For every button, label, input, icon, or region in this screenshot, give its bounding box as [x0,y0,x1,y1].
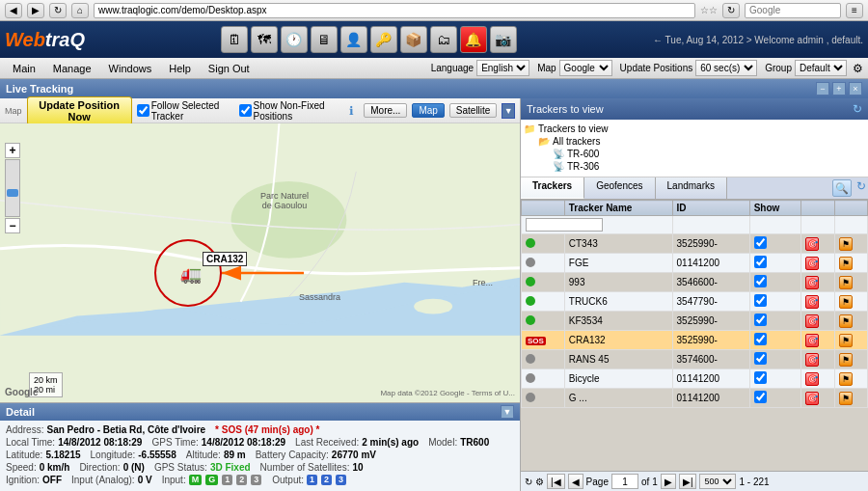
col-id[interactable]: ID [672,201,749,216]
target-btn[interactable]: 🎯 [805,237,819,251]
zoom-in-btn[interactable]: + [5,143,20,158]
tree-root[interactable]: 📁 Trackers to view [524,123,865,135]
tab-refresh-icon[interactable]: ↻ [856,179,866,197]
url-bar[interactable] [94,3,695,18]
language-select[interactable]: English [476,60,529,76]
flag-btn[interactable]: ⚑ [839,353,853,367]
show-checkbox[interactable] [754,275,767,287]
menu-help[interactable]: Help [161,61,199,76]
flag-btn[interactable]: ⚑ [839,334,853,347]
follow-tracker-label[interactable]: Follow Selected Tracker [137,100,234,122]
show-checkbox[interactable] [754,371,767,384]
refresh-button[interactable]: ↻ [49,3,67,18]
alert-icon-btn[interactable]: 🔔 [460,26,487,53]
menu-windows[interactable]: Windows [101,61,160,76]
show-checkbox[interactable] [754,352,767,365]
name-filter-input[interactable] [526,218,603,232]
search-tab-btn[interactable]: 🔍 [832,179,852,197]
menu-main[interactable]: Main [5,61,43,76]
map-icon-btn[interactable]: 🗺 [251,26,278,53]
folder-open-icon: 📂 [538,136,550,147]
back-button[interactable]: ◀ [5,3,22,18]
map-expand-btn[interactable]: ▼ [502,103,515,119]
user-icon-btn[interactable]: 👤 [340,26,367,53]
show-checkbox[interactable] [754,236,767,249]
show-checkbox[interactable] [754,256,767,268]
zoom-out-btn[interactable]: − [5,218,20,233]
package-icon-btn[interactable]: 📦 [400,26,427,53]
map-area[interactable]: + − 🚛 CRA132 [0,123,520,402]
target-btn[interactable]: 🎯 [805,392,819,405]
next-page-btn[interactable]: ▶ [661,474,676,489]
flag-btn[interactable]: ⚑ [839,237,853,251]
input-badge-3: 3 [251,475,261,485]
show-checkbox[interactable] [754,333,767,345]
tab-landmarks[interactable]: Landmarks [656,177,727,199]
panel-minimize-btn[interactable]: − [816,82,829,95]
last-page-btn[interactable]: ▶| [679,474,697,489]
tree-tr306[interactable]: 📡 TR-306 [524,160,865,173]
target-btn[interactable]: 🎯 [805,257,819,270]
trackers-refresh-icon[interactable]: ↻ [853,102,862,116]
target-btn[interactable]: 🎯 [805,334,819,347]
panel-close-btn[interactable]: × [849,82,862,95]
show-nonfixed-checkbox[interactable] [239,104,252,117]
tree-all-trackers[interactable]: 📂 All trackers [524,135,865,148]
zoom-slider[interactable] [5,159,20,217]
target-btn[interactable]: 🎯 [805,295,819,309]
group-select[interactable]: Default [795,60,847,76]
target-btn[interactable]: 🎯 [805,276,819,289]
flag-btn[interactable]: ⚑ [839,276,853,289]
reload-button[interactable]: ↻ [722,3,740,18]
more-btn[interactable]: More... [364,103,407,118]
update-select[interactable]: 60 sec(s) [695,60,757,76]
status-dot [526,393,535,402]
calendar-icon-btn[interactable]: 🗓 [221,26,248,53]
target-btn[interactable]: 🎯 [805,314,819,328]
detail-expand-btn[interactable]: ▼ [501,405,514,419]
camera-icon-btn[interactable]: 📷 [490,26,517,53]
folder-icon-btn[interactable]: 🗂 [430,26,457,53]
clock-icon-btn[interactable]: 🕐 [281,26,308,53]
flag-btn[interactable]: ⚑ [839,372,853,386]
prev-page-btn[interactable]: ◀ [568,474,583,489]
target-btn[interactable]: 🎯 [805,353,819,367]
flag-btn[interactable]: ⚑ [839,314,853,328]
map-view-btn[interactable]: Map [412,103,444,118]
panel-maximize-btn[interactable]: + [832,82,846,95]
trackers-title: Trackers to view [527,103,604,115]
forward-button[interactable]: ▶ [27,3,44,18]
refresh-icon-pagination[interactable]: ↻ [525,477,532,487]
home-button[interactable]: ⌂ [71,3,89,18]
flag-btn[interactable]: ⚑ [839,257,853,270]
last-received-field: Last Received: 2 min(s) ago [295,437,419,448]
table-row: RANS 45 3574600- 🎯 ⚑ [522,350,868,369]
menu-manage[interactable]: Manage [45,61,99,76]
page-size-select[interactable]: 500 100 50 [699,474,736,489]
show-checkbox[interactable] [754,314,767,326]
settings-icon[interactable]: ⚙ [853,62,863,75]
menu-button[interactable]: ≡ [846,3,863,18]
search-bar[interactable] [745,3,841,18]
tab-geofences[interactable]: Geofences [584,177,655,199]
menu-signout[interactable]: Sign Out [201,61,258,76]
show-checkbox[interactable] [754,294,767,307]
update-position-btn[interactable]: Update Position Now [27,96,132,125]
follow-tracker-checkbox[interactable] [137,104,149,117]
tree-tr600[interactable]: 📡 TR-600 [524,148,865,160]
satellite-view-btn[interactable]: Satellite [449,103,498,118]
flag-btn[interactable]: ⚑ [839,392,853,405]
page-input[interactable] [611,474,638,489]
map-select[interactable]: Google [559,60,612,76]
settings-icon-pagination[interactable]: ⚙ [535,477,544,487]
target-btn[interactable]: 🎯 [805,372,819,386]
key-icon-btn[interactable]: 🔑 [370,26,397,53]
flag-btn[interactable]: ⚑ [839,295,853,309]
page-label: Page [586,477,609,487]
monitor-icon-btn[interactable]: 🖥 [311,26,338,53]
first-page-btn[interactable]: |◀ [547,474,565,489]
show-nonfixed-label[interactable]: Show Non-Fixed Positions [239,100,345,122]
show-checkbox[interactable] [754,391,767,403]
col-name[interactable]: Tracker Name [564,201,672,216]
tab-trackers[interactable]: Trackers [521,177,584,199]
